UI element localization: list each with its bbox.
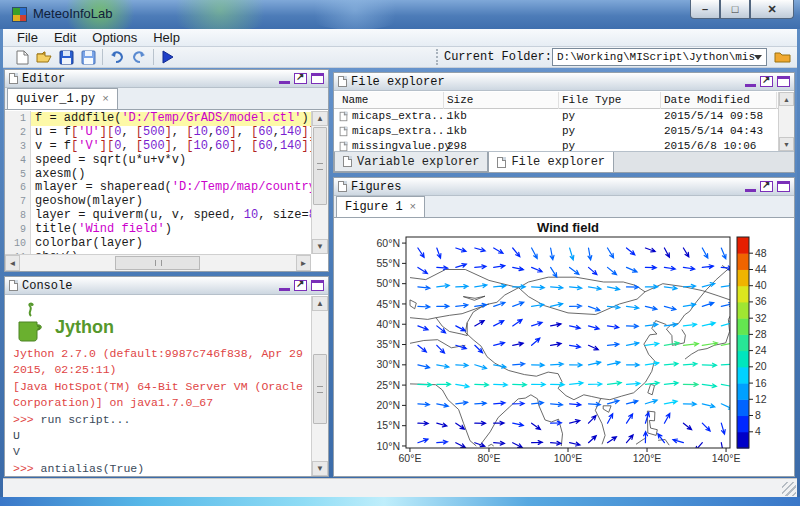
code-line[interactable]: geoshow(mlayer) (31, 195, 311, 209)
line-number-gutter: 1234567891011 (5, 111, 31, 254)
chevron-down-icon[interactable] (754, 55, 762, 64)
scroll-down-icon[interactable]: ▼ (312, 461, 328, 476)
panel-minimize-icon[interactable] (279, 282, 290, 291)
file-table-vscrollbar[interactable]: ▲ ▼ (778, 92, 794, 151)
file-explorer-header[interactable]: File explorer (334, 73, 794, 91)
colorbar-segment (737, 351, 749, 368)
console-panel-header[interactable]: Console (5, 277, 328, 295)
menu-edit[interactable]: Edit (46, 30, 84, 45)
code-line[interactable]: colorbar(layer) (31, 237, 311, 251)
console-line: >>> antialias(True) (13, 461, 311, 476)
current-folder-combobox[interactable]: D:\Working\MIScript\Jython\mis (552, 48, 767, 66)
save-as-icon[interactable] (77, 48, 99, 66)
run-icon[interactable] (157, 48, 179, 66)
scroll-thumb[interactable] (313, 354, 327, 424)
browse-folder-icon[interactable] (771, 48, 793, 66)
file-explorer-title: File explorer (351, 75, 741, 89)
undo-icon[interactable] (106, 48, 128, 66)
column-header[interactable]: File Type (559, 92, 661, 109)
redo-icon[interactable] (128, 48, 150, 66)
table-header-row[interactable]: NameSizeFile TypeDate Modified (334, 92, 778, 109)
y-tick-label: 20°N (377, 399, 400, 411)
editor-panel-header[interactable]: Editor (5, 70, 328, 88)
save-icon[interactable] (55, 48, 77, 66)
scroll-left-icon[interactable]: ◄ (5, 255, 20, 271)
code-editor[interactable]: f = addfile('D:/Temp/GrADS/model.ctl')u … (31, 111, 311, 254)
y-tick-label: 40°N (377, 318, 400, 330)
code-line[interactable]: u = f['U'][0, [500], [10,60], [60,140]] (31, 126, 311, 140)
file-table[interactable]: NameSizeFile TypeDate Modified micaps_ex… (334, 92, 778, 151)
colorbar-tick-label: 32 (755, 312, 767, 324)
column-header[interactable]: Name (339, 92, 444, 109)
editor-vscrollbar[interactable]: ▲ ▼ (311, 111, 328, 254)
panel-maximize-icon[interactable] (777, 76, 790, 87)
console-output[interactable]: Jython Jython 2.7.0 (default:9987c746f83… (5, 296, 311, 476)
line-number: 10 (5, 237, 26, 251)
scroll-thumb[interactable] (313, 127, 327, 205)
code-line[interactable]: axesm() (31, 168, 311, 182)
table-row[interactable]: micaps_extra... 1kb py 2015/5/14 09:58 (334, 109, 778, 124)
editor-hscrollbar[interactable]: ◄ ► (5, 254, 311, 271)
resize-grip-icon[interactable] (782, 482, 796, 496)
new-file-icon[interactable] (11, 48, 33, 66)
figures-tabbar: Figure 1 × (334, 196, 794, 218)
scroll-right-icon[interactable]: ► (296, 255, 311, 271)
console-vscrollbar[interactable]: ▲ ▼ (311, 296, 328, 476)
figures-panel: Figures Figure 1 × Wind field10°N15°N20°… (333, 177, 795, 477)
panel-minimize-icon[interactable] (279, 75, 290, 84)
menu-file[interactable]: File (9, 30, 46, 45)
close-button[interactable]: ✕ (750, 0, 794, 19)
panel-maximize-icon[interactable] (777, 181, 790, 192)
code-line[interactable]: f = addfile('D:/Temp/GrADS/model.ctl') (31, 112, 311, 126)
tab-close-icon[interactable]: × (102, 93, 109, 105)
colorbar-segment (737, 399, 749, 416)
colorbar-segment (737, 367, 749, 384)
panel-maximize-icon[interactable] (311, 73, 324, 84)
colorbar-segment (737, 302, 749, 319)
menu-help[interactable]: Help (145, 30, 188, 45)
panel-float-icon[interactable] (294, 280, 307, 291)
tab-file-explorer[interactable]: File explorer (488, 152, 614, 173)
console-line: [Java HotSpot(TM) 64-Bit Server VM (Orac… (13, 379, 311, 395)
column-header[interactable]: Date Modified (661, 92, 777, 109)
title-bar[interactable]: MeteoInfoLab – □ ✕ (0, 0, 800, 29)
menu-options[interactable]: Options (84, 30, 145, 45)
scroll-up-icon[interactable]: ▲ (779, 92, 794, 106)
table-row[interactable]: missingvalue.py 298 py 2015/6/8 10:06 (334, 139, 778, 151)
code-line[interactable]: mlayer = shaperead('D:/Temp/map/country1… (31, 181, 311, 195)
code-line[interactable]: v = f['V'][0, [500], [10,60], [60,140]] (31, 140, 311, 154)
scroll-down-icon[interactable]: ▼ (779, 137, 794, 151)
x-tick-label: 140°E (712, 452, 741, 464)
minimize-button[interactable]: – (690, 0, 720, 19)
panel-maximize-icon[interactable] (311, 280, 324, 291)
figure-tab-1[interactable]: Figure 1 × (336, 196, 425, 217)
panel-float-icon[interactable] (294, 73, 307, 84)
code-line[interactable]: speed = sqrt(u*u+v*v) (31, 154, 311, 168)
x-tick-label: 80°E (478, 452, 501, 464)
panel-minimize-icon[interactable] (745, 78, 756, 87)
column-header[interactable]: Size (444, 92, 559, 109)
y-tick-label: 10°N (377, 440, 400, 452)
code-line[interactable]: layer = quiverm(u, v, speed, 10, size=8) (31, 209, 311, 223)
colorbar-segment (737, 318, 749, 335)
colorbar-tick-label: 36 (755, 295, 767, 307)
figures-panel-header[interactable]: Figures (334, 178, 794, 196)
tab-close-icon[interactable]: × (410, 201, 417, 213)
scroll-up-icon[interactable]: ▲ (312, 296, 328, 311)
panel-float-icon[interactable] (760, 76, 773, 87)
line-number: 5 (5, 168, 26, 182)
panel-float-icon[interactable] (760, 181, 773, 192)
tab-variable-explorer[interactable]: Variable explorer (334, 152, 488, 172)
maximize-button[interactable]: □ (720, 0, 750, 19)
document-icon (338, 181, 347, 192)
open-folder-icon[interactable] (33, 48, 55, 66)
editor-tab-quiver1[interactable]: quiver_1.py × (7, 88, 118, 109)
scroll-down-icon[interactable]: ▼ (312, 239, 328, 254)
scroll-up-icon[interactable]: ▲ (312, 111, 328, 126)
wind-field-figure[interactable]: Wind field10°N15°N20°N25°N30°N35°N40°N45… (334, 219, 794, 476)
panel-minimize-icon[interactable] (745, 183, 756, 192)
code-line[interactable]: title('Wind field') (31, 223, 311, 237)
line-number: 3 (5, 140, 26, 154)
table-row[interactable]: micaps_extra... 1kb py 2015/5/14 04:43 (334, 124, 778, 139)
scroll-thumb[interactable] (115, 256, 200, 270)
